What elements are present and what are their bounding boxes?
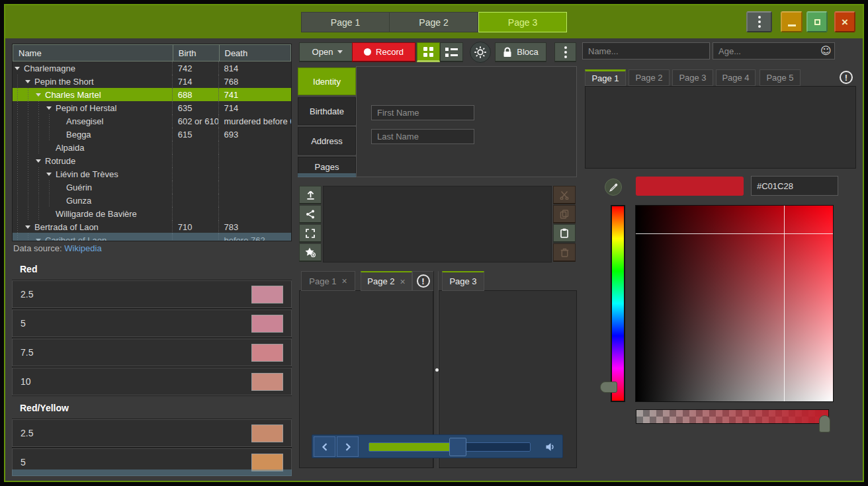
doc-tab-page2[interactable]: Page 2 × [361, 271, 412, 291]
titlebar-tab-page1[interactable]: Page 1 [301, 12, 390, 32]
chevron-down-icon [337, 50, 343, 54]
alpha-slider[interactable] [636, 409, 829, 424]
tree-row[interactable]: Charles Martel688741 [13, 88, 291, 101]
grid-view-toggle[interactable] [417, 42, 440, 62]
list-item[interactable]: 7.5 [12, 339, 292, 366]
tree-row[interactable]: Ansegisel602 or 610murdered before 679 [13, 114, 291, 128]
maximize-button[interactable] [806, 11, 828, 32]
tree-indent-guide [13, 128, 23, 141]
list-item[interactable]: 2.5 [12, 280, 292, 308]
page-tab-3[interactable]: Page 3 [672, 69, 713, 86]
last-name-field[interactable] [371, 129, 474, 144]
color-swatch [251, 425, 283, 442]
minimize-button[interactable] [781, 11, 803, 32]
expander-icon[interactable] [34, 159, 43, 163]
right-panel-warning-icon[interactable]: ! [840, 71, 853, 84]
wikipedia-link[interactable]: Wikipedia [64, 243, 101, 253]
tree-col-death[interactable]: Death [219, 45, 291, 61]
previous-button[interactable] [314, 436, 335, 457]
open-dropdown-button[interactable]: Open [299, 42, 356, 62]
color-value-list: Red2.557.510Red/Yellow2.55 [12, 258, 292, 476]
paste-button[interactable] [553, 224, 576, 243]
more-options-button[interactable] [554, 42, 576, 62]
tab-birthdate[interactable]: Birthdate [298, 97, 356, 125]
list-item[interactable]: 2.5 [12, 419, 292, 447]
open-label: Open [312, 47, 333, 57]
seek-slider-handle[interactable] [449, 438, 466, 456]
tree-row[interactable]: Pepin of Herstal635714 [13, 101, 291, 114]
favorite-add-button[interactable] [299, 243, 322, 262]
list-item[interactable]: 5 [12, 309, 292, 337]
tree-indent-guide [13, 207, 23, 220]
smiley-icon[interactable]: ☺ [820, 44, 832, 57]
tree-row[interactable]: Alpaida [13, 141, 291, 154]
tree-scroll-undershoot [13, 233, 291, 241]
triangle-down-icon [46, 173, 52, 176]
first-name-field[interactable] [371, 105, 474, 120]
tree-col-name[interactable]: Name [13, 45, 173, 61]
page-tab-2[interactable]: Page 2 [629, 69, 670, 86]
current-color-swatch[interactable] [636, 177, 744, 196]
settings-button[interactable] [470, 42, 491, 63]
delete-button[interactable] [553, 243, 576, 262]
fullscreen-button[interactable] [299, 224, 322, 243]
tree-row-label: Ansegisel [64, 116, 103, 126]
age-field[interactable] [713, 42, 835, 60]
record-button[interactable]: Record [352, 42, 415, 62]
tab-address[interactable]: Address [298, 127, 356, 155]
tab-identity[interactable]: Identity [298, 67, 356, 95]
list-section-header: Red/Yellow [12, 397, 292, 419]
list-view-toggle[interactable] [440, 42, 463, 62]
window-menu-button[interactable] [746, 11, 772, 32]
content-drop-area[interactable] [323, 186, 552, 263]
doc-tab-page1[interactable]: Page 1 × [301, 271, 355, 291]
page-tab-5[interactable]: Page 5 [760, 69, 801, 86]
close-tab-icon[interactable]: × [342, 276, 347, 286]
copy-button[interactable] [553, 205, 576, 223]
hue-slider-handle[interactable] [600, 382, 617, 393]
tree-indent-guide [23, 194, 34, 207]
tree-cell-death: 693 [218, 128, 292, 141]
alpha-slider-handle[interactable] [819, 415, 830, 432]
next-button[interactable] [337, 436, 359, 457]
expander-icon[interactable] [44, 106, 54, 110]
tree-row[interactable]: Bertrada of Laon710783 [13, 220, 291, 233]
expander-icon[interactable] [34, 93, 43, 97]
expander-icon[interactable] [13, 67, 22, 70]
tree-row[interactable]: Begga615693 [13, 128, 291, 141]
doc-tab-page3[interactable]: Page 3 [442, 271, 484, 291]
tree-row[interactable]: Gunza [13, 194, 291, 207]
tree-row[interactable]: Liévin de Trèves [13, 167, 291, 181]
volume-icon[interactable] [545, 442, 556, 452]
expander-icon[interactable] [44, 173, 54, 176]
page-tab-4[interactable]: Page 4 [716, 69, 756, 86]
titlebar-tab-page3[interactable]: Page 3 [478, 12, 567, 32]
close-tab-icon[interactable]: × [400, 276, 406, 287]
left-pane-warning-button[interactable]: ! [412, 271, 434, 291]
upload-button[interactable] [299, 186, 322, 204]
tree-row[interactable]: Guérin [13, 181, 291, 194]
tree-row[interactable]: Charlemagne742814 [13, 61, 291, 75]
expander-icon[interactable] [23, 80, 32, 83]
hex-color-field[interactable] [751, 176, 838, 196]
tree-cell-death [218, 194, 292, 207]
eyedropper-button[interactable] [605, 179, 622, 196]
tree-row[interactable]: Willigarde de Bavière [13, 207, 291, 220]
close-button[interactable]: × [834, 11, 855, 32]
seek-slider[interactable] [369, 442, 531, 452]
tree-row[interactable]: Pepin the Short714768 [13, 75, 291, 88]
tree-cell-birth [172, 207, 218, 220]
share-button[interactable] [299, 205, 322, 223]
list-item[interactable]: 10 [12, 368, 292, 395]
hue-slider[interactable] [611, 205, 625, 402]
tree-col-birth[interactable]: Birth [173, 45, 219, 61]
tree-row[interactable]: Rotrude [13, 154, 291, 167]
lock-button[interactable]: Bloca [495, 42, 546, 62]
name-field[interactable] [582, 42, 710, 60]
titlebar-tab-page2[interactable]: Page 2 [390, 12, 478, 32]
page-tab-1[interactable]: Page 1 [585, 69, 626, 86]
expander-icon[interactable] [23, 225, 32, 229]
saturation-value-area[interactable] [635, 205, 834, 402]
tree-cell-death: 714 [218, 101, 292, 114]
cut-button[interactable] [553, 186, 576, 204]
